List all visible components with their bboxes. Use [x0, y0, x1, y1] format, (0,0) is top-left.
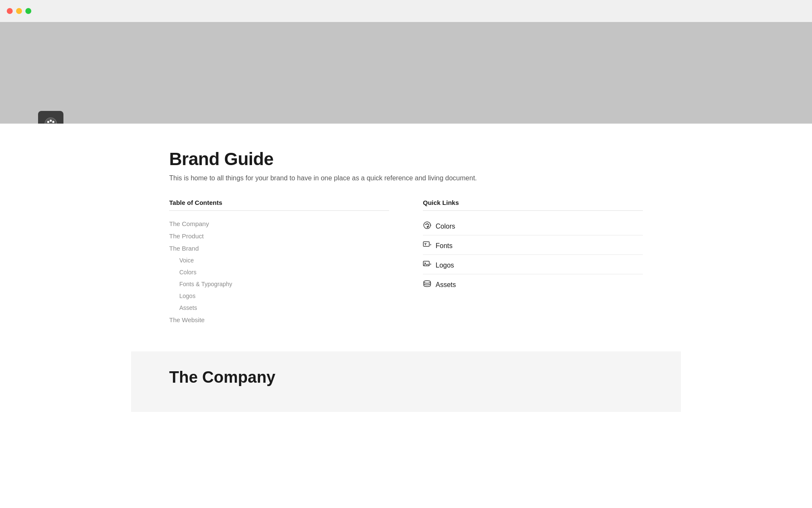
svg-point-9 [428, 224, 429, 225]
quicklink-assets[interactable]: Assets [423, 276, 643, 293]
logos-icon [423, 260, 431, 271]
maximize-button[interactable] [25, 8, 31, 14]
toc-item-logos[interactable]: Logos [169, 290, 389, 302]
toc-item-website[interactable]: The Website [169, 314, 389, 326]
toc-item-assets[interactable]: Assets [169, 302, 389, 314]
minimize-button[interactable] [16, 8, 22, 14]
page-title-area: Brand Guide This is home to all things f… [169, 149, 643, 182]
close-button[interactable] [7, 8, 13, 14]
toc-item-brand[interactable]: The Brand [169, 242, 389, 254]
title-bar [0, 0, 812, 22]
quicklink-fonts-label: Fonts [436, 242, 453, 250]
toc-item-colors[interactable]: Colors [169, 266, 389, 278]
quicklink-logos-label: Logos [436, 262, 454, 269]
toc-item-voice[interactable]: Voice [169, 254, 389, 266]
svg-rect-12 [423, 242, 429, 246]
page-title: Brand Guide [169, 149, 643, 169]
svg-point-3 [52, 121, 55, 123]
hero-cover [0, 22, 812, 124]
svg-point-11 [427, 226, 428, 228]
svg-point-2 [50, 120, 52, 122]
colors-icon [423, 221, 431, 232]
quicklinks-list: Colors Fonts [423, 218, 643, 293]
page-subtitle: This is home to all things for your bran… [169, 174, 643, 182]
quicklink-colors-label: Colors [436, 223, 455, 230]
quicklinks-column: Quick Links [423, 199, 643, 326]
toc-item-company[interactable]: The Company [169, 218, 389, 230]
quicklink-colors[interactable]: Colors [423, 218, 643, 235]
quicklink-logos[interactable]: Logos [423, 257, 643, 274]
svg-point-15 [424, 281, 431, 283]
two-col-layout: Table of Contents The Company The Produc… [169, 199, 643, 326]
svg-point-8 [427, 223, 428, 224]
company-section: The Company [131, 351, 681, 412]
hero-texture [0, 22, 812, 124]
quicklink-assets-label: Assets [436, 281, 456, 289]
main-content: Brand Guide This is home to all things f… [131, 149, 681, 412]
toc-list: The Company The Product The Brand Voice … [169, 218, 389, 326]
toc-label: Table of Contents [169, 199, 389, 211]
toc-item-fonts-typography[interactable]: Fonts & Typography [169, 278, 389, 290]
toc-item-product[interactable]: The Product [169, 230, 389, 242]
assets-icon [423, 279, 431, 290]
quicklinks-label: Quick Links [423, 199, 643, 211]
svg-point-1 [47, 121, 49, 123]
company-heading: The Company [169, 368, 643, 387]
quicklink-fonts[interactable]: Fonts [423, 237, 643, 255]
svg-point-7 [425, 224, 427, 225]
page-icon [38, 111, 63, 124]
toc-column: Table of Contents The Company The Produc… [169, 199, 389, 326]
fonts-icon [423, 240, 431, 251]
